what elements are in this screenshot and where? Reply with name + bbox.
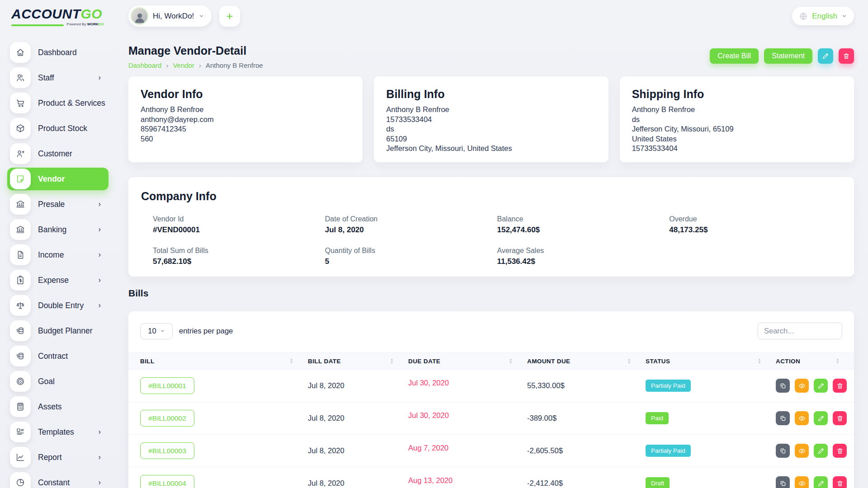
view-button[interactable] [795, 379, 809, 393]
sort-icon[interactable]: ▲▼ [627, 358, 631, 364]
sidebar-item-label: Budget Planner [38, 326, 93, 336]
eye-icon [798, 447, 806, 455]
view-button[interactable] [795, 444, 809, 458]
entries-per-page-select[interactable]: 10 [140, 323, 173, 339]
bill-link[interactable]: #BILL00003 [140, 442, 194, 459]
edit-button[interactable] [814, 379, 828, 393]
status-badge: Draft [646, 477, 670, 488]
duplicate-button[interactable] [776, 444, 790, 458]
edit-button[interactable] [814, 476, 828, 488]
sidebar-item-product-stock[interactable]: Product Stock [0, 116, 116, 141]
layout-icon [10, 422, 31, 442]
app-logo: ACCOUNTGO Powered By WORKDO [0, 0, 104, 26]
sidebar-item-budget-planner[interactable]: Budget Planner [0, 318, 116, 343]
bill-link[interactable]: #BILL00001 [140, 377, 194, 394]
breadcrumb-current: Anthony B Renfroe [206, 61, 263, 69]
user-plus-icon [10, 143, 31, 164]
column-header-bill-date[interactable]: BILL DATE ▲▼ [308, 358, 408, 365]
chart-icon [10, 447, 31, 468]
sidebar-item-expense[interactable]: Expense [0, 267, 116, 293]
chevron-right-icon [97, 227, 103, 233]
edit-button[interactable] [814, 411, 828, 425]
sidebar-item-dashboard[interactable]: Dashboard [0, 40, 116, 65]
vendor-info-lines: Anthony B Renfroeanthony@dayrep.com85967… [141, 105, 350, 144]
home-icon [10, 42, 31, 63]
sidebar-item-vendor[interactable]: Vendor [0, 166, 116, 192]
statement-button[interactable]: Statement [764, 48, 812, 64]
sidebar-item-label: Contract [38, 352, 68, 361]
sort-icon[interactable]: ▲▼ [836, 358, 840, 364]
sidebar-item-goal[interactable]: Goal [0, 369, 116, 394]
coins-icon [10, 320, 31, 341]
column-header-amount-due[interactable]: AMOUNT DUE ▲▼ [527, 358, 646, 365]
sidebar-item-income[interactable]: Income [0, 242, 116, 267]
sidebar-item-label: Customer [38, 149, 72, 159]
bill-link[interactable]: #BILL00002 [140, 410, 194, 427]
calculator-icon [10, 396, 31, 417]
column-header-status[interactable]: STATUS ▲▼ [646, 358, 776, 365]
row-actions [776, 411, 847, 425]
sort-icon[interactable]: ▲▼ [758, 358, 761, 364]
logo-tagline: Powered By WORKDO [66, 22, 104, 26]
delete-button[interactable] [833, 476, 847, 488]
breadcrumb-link-dashboard[interactable]: Dashboard [128, 61, 161, 69]
bills-card: 10 entries per page BILL ▲▼ BILL DATE ▲▼… [128, 311, 854, 488]
edit-button[interactable] [814, 444, 828, 458]
delete-vendor-button[interactable] [839, 48, 854, 64]
chevron-right-icon [97, 455, 103, 460]
sidebar-item-customer[interactable]: Customer [0, 141, 116, 166]
sort-icon[interactable]: ▲▼ [509, 358, 513, 364]
delete-button[interactable] [833, 444, 847, 458]
view-button[interactable] [795, 476, 809, 488]
column-header-bill[interactable]: BILL ▲▼ [140, 358, 308, 365]
sidebar-item-label: Staff [38, 73, 54, 83]
sidebar-item-label: Report [38, 453, 62, 462]
breadcrumb: Dashboard›Vendor›Anthony B Renfroe [128, 61, 263, 69]
view-button[interactable] [795, 411, 809, 425]
sidebar-item-templates[interactable]: Templates [0, 419, 116, 445]
plus-icon [225, 12, 234, 21]
add-button[interactable] [219, 6, 240, 27]
language-select[interactable]: English [792, 7, 854, 25]
sidebar-item-product-services[interactable]: Product & Services [0, 90, 116, 116]
sidebar-item-constant[interactable]: Constant [0, 470, 116, 488]
sidebar-item-presale[interactable]: Presale [0, 192, 116, 217]
avatar [131, 7, 148, 25]
edit-icon [817, 447, 825, 455]
sort-icon[interactable]: ▲▼ [390, 358, 394, 364]
sidebar-item-label: Presale [38, 200, 65, 209]
edit-icon [822, 52, 829, 60]
duplicate-button[interactable] [776, 411, 790, 425]
sidebar-item-report[interactable]: Report [0, 445, 116, 470]
table-controls: 10 entries per page [128, 323, 854, 339]
info-line: ds [632, 115, 842, 125]
bank-icon [10, 194, 31, 215]
duplicate-button[interactable] [776, 379, 790, 393]
sidebar-item-banking[interactable]: Banking [0, 217, 116, 242]
chevron-right-icon [97, 277, 103, 283]
sidebar-item-double-entry[interactable]: Double Entry [0, 293, 116, 318]
delete-button[interactable] [833, 411, 847, 425]
delete-button[interactable] [833, 379, 847, 393]
target-icon [10, 371, 31, 392]
edit-vendor-button[interactable] [818, 48, 833, 64]
search-input[interactable] [758, 323, 842, 339]
column-header-due-date[interactable]: DUE DATE ▲▼ [408, 358, 527, 365]
column-header-action[interactable]: ACTION ▲▼ [776, 358, 842, 365]
info-line: Anthony B Renfroe [141, 105, 350, 115]
sidebar-item-assets[interactable]: Assets [0, 394, 116, 419]
create-bill-button[interactable]: Create Bill [710, 48, 759, 64]
bill-link[interactable]: #BILL00004 [140, 475, 194, 488]
bill-date-cell: Jul 8, 2020 [308, 479, 408, 488]
entries-value: 10 [148, 327, 156, 335]
sidebar-item-staff[interactable]: Staff [0, 65, 116, 90]
breadcrumb-separator: › [166, 61, 168, 69]
user-menu[interactable]: Hi, WorkDo! [128, 5, 212, 27]
sidebar-item-contract[interactable]: Contract [0, 343, 116, 369]
breadcrumb-link-vendor[interactable]: Vendor [173, 61, 194, 69]
status-badge: Partialy Paid [646, 445, 691, 457]
duplicate-button[interactable] [776, 476, 790, 488]
due-date-cell: Aug 13, 2020 [408, 476, 527, 485]
sort-icon[interactable]: ▲▼ [290, 358, 293, 364]
chevron-right-icon [97, 429, 103, 435]
